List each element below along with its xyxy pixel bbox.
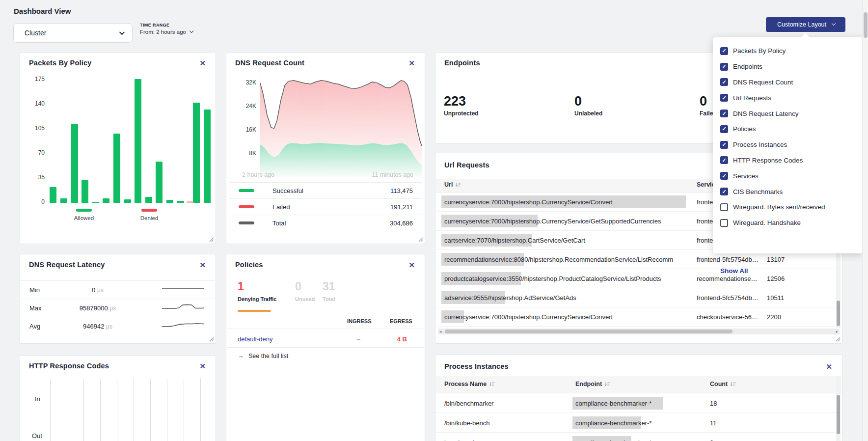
y-tick-label: 16K [239, 126, 256, 133]
tab-denying-traffic[interactable]: 1 Denying Traffic [238, 280, 276, 302]
table-row[interactable]: /bin/benchmarkercompliance-benchmarker-*… [436, 393, 841, 413]
menu-item-packets-by-policy[interactable]: ✓Packets By Policy [713, 43, 863, 59]
time-range-control[interactable]: TIME RANGE From: 2 hours ago [140, 23, 192, 35]
checkbox-checked-icon[interactable]: ✓ [720, 47, 728, 55]
grid-line [134, 379, 134, 441]
scrollbar-thumb[interactable] [837, 395, 840, 434]
checkbox-checked-icon[interactable]: ✓ [720, 156, 728, 164]
menu-item-label: Url Requests [733, 94, 771, 102]
menu-item-wireguard-handshake[interactable]: Wireguard. Handshake [713, 215, 863, 231]
menu-item-http-response-codes[interactable]: ✓HTTP Response Codes [713, 153, 863, 168]
show-all-link[interactable]: Show All [720, 267, 748, 275]
menu-item-label: Endpoints [733, 63, 762, 70]
checkbox-checked-icon[interactable]: ✓ [720, 188, 728, 195]
scrollbar-thumb[interactable] [445, 330, 732, 333]
table-row[interactable]: currencyservice:7000/hipstershop.Currenc… [436, 307, 841, 327]
scrollbar-thumb[interactable] [864, 12, 868, 38]
latency-sparkline [162, 321, 204, 331]
table-row[interactable]: productcatalogservice:3550/hipstershop.P… [436, 269, 841, 288]
bar-allowed [92, 202, 99, 203]
customize-layout-label: Customize Layout [777, 21, 826, 28]
grid-line [117, 379, 117, 441]
close-icon[interactable]: ✕ [199, 362, 206, 370]
stat-unprotected: 223 Unprotected [444, 94, 479, 117]
tab-unused[interactable]: 0 Unused [295, 280, 315, 302]
latency-row-min: Min0 μs [21, 280, 215, 299]
x-axis-end-label: 11 minutes ago [372, 171, 413, 178]
checkbox-checked-icon[interactable]: ✓ [720, 110, 728, 117]
vertical-scrollbar[interactable] [836, 376, 841, 441]
tab-total[interactable]: 31 Total [323, 280, 335, 302]
legend-swatch [141, 209, 157, 212]
url-cell: cartservice:7070/hipstershop.CartService… [444, 237, 688, 244]
column-header-url[interactable]: Url [444, 181, 461, 188]
count-cell: 13107 [767, 256, 785, 263]
card-title: DNS Request Count [235, 59, 304, 67]
bar-allowed [204, 110, 211, 203]
close-icon[interactable]: ✕ [408, 261, 415, 269]
checkbox-unchecked-icon[interactable] [720, 219, 728, 227]
table-row[interactable]: benchmarkercompliance-benchmarker-*9 [436, 433, 841, 441]
close-icon[interactable]: ✕ [408, 59, 415, 67]
see-full-list-link[interactable]: → See the full list [238, 353, 288, 359]
card-title: Policies [235, 261, 263, 269]
policies-card: Policies ✕ 1 Denying Traffic 0 Unused 31… [226, 254, 425, 441]
checkbox-checked-icon[interactable]: ✓ [720, 125, 728, 133]
menu-item-policies[interactable]: ✓Policies [713, 121, 863, 137]
customize-layout-button[interactable]: Customize Layout [766, 17, 845, 32]
close-icon[interactable]: ✕ [199, 261, 206, 269]
column-header-endpoint[interactable]: Endpoint [575, 381, 610, 387]
checkbox-checked-icon[interactable]: ✓ [720, 172, 728, 180]
menu-item-url-requests[interactable]: ✓Url Requests [713, 90, 863, 106]
legend-label: Total [272, 220, 390, 227]
menu-item-services[interactable]: ✓Services [713, 168, 863, 184]
stat-value: 0 [295, 280, 315, 293]
menu-item-dns-request-latency[interactable]: ✓DNS Request Latency [713, 106, 863, 121]
stat-label: Unprotected [444, 110, 479, 117]
menu-item-endpoints[interactable]: ✓Endpoints [713, 59, 863, 75]
resize-handle[interactable] [836, 337, 841, 342]
close-icon[interactable]: ✕ [826, 363, 832, 370]
checkbox-checked-icon[interactable]: ✓ [720, 141, 728, 149]
horizontal-scrollbar[interactable]: ◂ ▸ [438, 329, 840, 334]
endpoint-cell: compliance-benchmarker-* [575, 400, 651, 407]
menu-item-wireguard-bytes-sent-received[interactable]: Wireguard. Bytes sent/received [713, 199, 863, 215]
menu-item-dns-request-count[interactable]: ✓DNS Request Count [713, 75, 863, 90]
stat-label: Unused [295, 296, 315, 302]
page-scrollbar[interactable] [862, 0, 868, 441]
legend-label: Allowed [64, 215, 104, 221]
column-header-process-name[interactable]: Process Name [444, 381, 495, 387]
scroll-right-icon[interactable]: ▸ [836, 329, 838, 334]
table-row[interactable]: adservice:9555/hipstershop.AdService/Get… [436, 288, 841, 307]
checkbox-checked-icon[interactable]: ✓ [720, 78, 728, 86]
scrollbar-thumb[interactable] [837, 301, 840, 326]
checkbox-checked-icon[interactable]: ✓ [720, 63, 728, 71]
sort-arrows-icon [455, 182, 461, 188]
menu-item-cis-benchmarks[interactable]: ✓CIS Benchmarks [713, 184, 863, 199]
latency-sparkline [162, 303, 204, 313]
resize-handle[interactable] [209, 237, 214, 242]
stat-value: 0 [574, 94, 602, 109]
resize-handle[interactable] [418, 237, 423, 242]
ingress-value: – [347, 335, 370, 343]
packets-by-policy-card: Packets By Policy ✕ 17514010570350 Allow… [20, 52, 216, 244]
policy-link-default-deny[interactable]: default-deny [238, 335, 273, 343]
cluster-select[interactable]: Cluster [13, 23, 133, 43]
menu-item-label: Policies [733, 125, 756, 133]
y-tick-label: 105 [27, 125, 45, 132]
divider [227, 329, 424, 329]
close-icon[interactable]: ✕ [199, 59, 206, 67]
bar-denied [187, 201, 193, 203]
latency-value: 0 μs [51, 286, 144, 294]
menu-item-process-instances[interactable]: ✓Process Instances [713, 137, 863, 153]
scroll-left-icon[interactable]: ◂ [439, 329, 442, 334]
column-header-count[interactable]: Count [710, 381, 736, 387]
latency-label: Min [21, 286, 51, 294]
resize-handle[interactable] [209, 337, 214, 342]
http-response-codes-card: HTTP Response Codes ✕ In Out [20, 355, 216, 441]
row-label-in: In [35, 395, 40, 403]
checkbox-unchecked-icon[interactable] [720, 203, 728, 211]
checkbox-checked-icon[interactable]: ✓ [720, 94, 728, 102]
table-row[interactable]: /bin/kube-benchcompliance-benchmarker-*1… [436, 413, 841, 433]
bar-allowed [60, 198, 67, 203]
